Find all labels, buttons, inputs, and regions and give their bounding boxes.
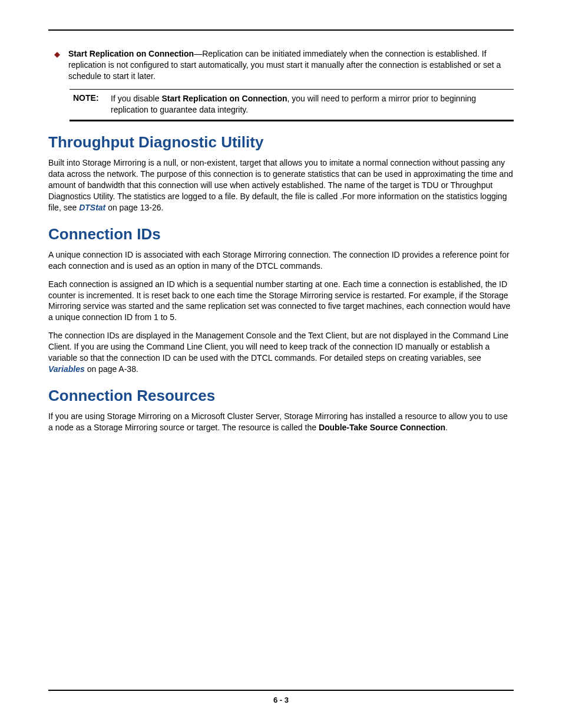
cid-p1: A unique connection ID is associated wit… <box>48 249 514 272</box>
cid-p2: Each connection is assigned an ID which … <box>48 279 514 324</box>
note-text: If you disable Start Replication on Conn… <box>111 93 514 116</box>
heading-cr: Connection Resources <box>48 387 514 405</box>
header-rule <box>48 29 514 31</box>
svg-marker-0 <box>54 52 60 58</box>
dtstat-link[interactable]: DTStat <box>79 203 105 212</box>
page-footer: 6 - 3 <box>48 690 514 704</box>
heading-cid: Connection IDs <box>48 225 514 243</box>
bullet-item: Start Replication on Connection—Replicat… <box>48 48 514 82</box>
note-pre: If you disable <box>111 94 161 103</box>
heading-tdu: Throughput Diagnostic Utility <box>48 133 514 151</box>
tdu-p1-post: on page 13-26. <box>105 203 163 212</box>
variables-link[interactable]: Variables <box>48 364 85 374</box>
cr-p1-bold: Double-Take Source Connection <box>319 423 445 432</box>
cid-p3-pre: The connection IDs are displayed in the … <box>48 331 508 363</box>
tdu-p1: Built into Storage Mirroring is a null, … <box>48 157 514 213</box>
note-bold: Start Replication on Connection <box>161 94 287 103</box>
cr-p1-post: . <box>445 423 448 432</box>
bullet-bold: Start Replication on Connection <box>68 49 194 58</box>
cid-p3-post: on page A-38. <box>85 364 138 374</box>
cr-p1: If you are using Storage Mirroring on a … <box>48 411 514 433</box>
cid-p3: The connection IDs are displayed in the … <box>48 330 514 375</box>
diamond-icon <box>54 50 68 82</box>
note-label: NOTE: <box>70 93 111 116</box>
bullet-text: Start Replication on Connection—Replicat… <box>68 48 514 82</box>
note-box: NOTE: If you disable Start Replication o… <box>70 89 514 122</box>
